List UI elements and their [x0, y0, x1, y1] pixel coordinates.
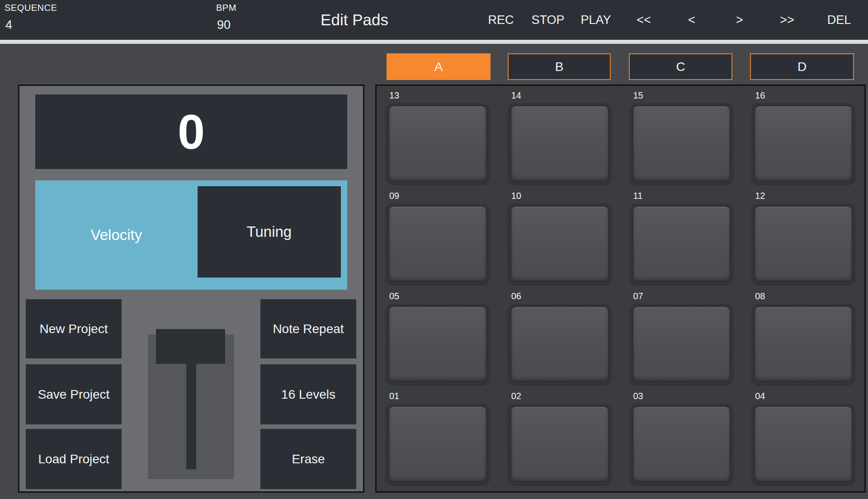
bank-tab-c[interactable]: C: [629, 53, 732, 80]
fader-handle[interactable]: [156, 329, 225, 364]
pad-07-label: 07: [630, 289, 734, 303]
play-button[interactable]: PLAY: [580, 13, 611, 27]
load-project-button[interactable]: Load Project: [26, 429, 122, 489]
pad-cell-09: 09: [386, 189, 490, 285]
fast-forward-button[interactable]: >>: [780, 13, 794, 27]
pad-03-label: 03: [630, 389, 734, 403]
pad-12-face: [755, 206, 852, 282]
pad-cell-13: 13: [386, 89, 490, 184]
pad-16[interactable]: [751, 103, 855, 184]
velocity-mode-button[interactable]: Velocity: [35, 180, 198, 290]
pad-16-label: 16: [751, 89, 855, 103]
erase-button[interactable]: Erase: [260, 429, 356, 489]
bank-tab-d[interactable]: D: [750, 53, 854, 80]
pad-05[interactable]: [386, 303, 490, 385]
pad-07[interactable]: [630, 303, 734, 385]
control-panel: 0 Velocity Tuning New Project Save Proje…: [18, 85, 364, 493]
note-repeat-button[interactable]: Note Repeat: [260, 299, 356, 358]
pad-04-face: [755, 406, 852, 482]
bank-tab-b[interactable]: B: [508, 53, 611, 80]
rewind-button[interactable]: <<: [637, 13, 651, 27]
pad-12-label: 12: [751, 189, 855, 203]
top-bar: SEQUENCE 4 BPM 90 Edit Pads REC STOP PLA…: [0, 0, 868, 40]
mode-toggle: Velocity Tuning: [35, 180, 347, 290]
pad-grid-panel: 13 14 15 16 09 10 11 12 05 06 07: [375, 85, 866, 493]
pad-cell-04: 04: [751, 389, 855, 485]
pad-14-label: 14: [508, 89, 612, 103]
pad-cell-12: 12: [751, 189, 855, 285]
pad-04-label: 04: [751, 389, 855, 403]
pad-13-label: 13: [386, 89, 490, 103]
pad-06-face: [511, 306, 609, 382]
bank-tab-a[interactable]: A: [387, 53, 491, 80]
page-title: Edit Pads: [321, 11, 388, 29]
value-display-number: 0: [178, 104, 205, 160]
pad-cell-16: 16: [751, 89, 855, 184]
pad-03-face: [633, 406, 731, 482]
pad-02-face: [511, 406, 609, 482]
pad-14[interactable]: [508, 103, 612, 184]
pad-01[interactable]: [386, 403, 490, 485]
pad-cell-06: 06: [508, 289, 612, 385]
record-button[interactable]: REC: [488, 13, 514, 27]
save-project-button[interactable]: Save Project: [26, 364, 122, 424]
pad-08[interactable]: [751, 303, 855, 385]
pad-01-face: [389, 406, 486, 482]
stop-button[interactable]: STOP: [531, 13, 564, 27]
pad-01-label: 01: [386, 389, 490, 403]
pad-06[interactable]: [508, 303, 612, 385]
pad-02-label: 02: [508, 389, 612, 403]
delete-button[interactable]: DEL: [827, 13, 851, 27]
pad-cell-14: 14: [508, 89, 612, 184]
pad-05-face: [389, 306, 486, 382]
pad-cell-10: 10: [508, 189, 612, 285]
pad-09-face: [389, 206, 486, 282]
pad-10-face: [511, 206, 609, 282]
pad-13-face: [389, 106, 486, 181]
pad-08-label: 08: [751, 289, 855, 303]
pad-03[interactable]: [630, 403, 734, 485]
bpm-label: BPM: [216, 3, 236, 13]
topbar-separator: [0, 40, 868, 44]
pad-09-label: 09: [386, 189, 490, 203]
pad-14-face: [511, 106, 609, 181]
pad-10[interactable]: [508, 203, 612, 285]
pad-11[interactable]: [630, 203, 734, 285]
pad-cell-15: 15: [630, 89, 734, 184]
sequence-value[interactable]: 4: [5, 18, 12, 32]
sequence-label: SEQUENCE: [5, 3, 57, 13]
pad-15[interactable]: [630, 103, 734, 184]
pad-05-label: 05: [386, 289, 490, 303]
tuning-mode-button[interactable]: Tuning: [198, 186, 341, 278]
pad-11-face: [633, 206, 731, 282]
pad-cell-11: 11: [630, 189, 734, 285]
pad-cell-05: 05: [386, 289, 490, 385]
pad-13[interactable]: [386, 103, 490, 184]
sixteen-levels-button[interactable]: 16 Levels: [260, 364, 356, 424]
value-display: 0: [35, 94, 347, 169]
new-project-button[interactable]: New Project: [26, 299, 122, 358]
step-forward-button[interactable]: >: [736, 13, 743, 27]
pad-07-face: [633, 306, 731, 382]
pad-09[interactable]: [386, 203, 490, 285]
pad-cell-03: 03: [630, 389, 734, 485]
pad-16-face: [755, 106, 852, 181]
pad-04[interactable]: [751, 403, 855, 485]
pad-12[interactable]: [751, 203, 855, 285]
pad-cell-07: 07: [630, 289, 734, 385]
fader-stem: [186, 364, 196, 469]
pad-cell-01: 01: [386, 389, 490, 485]
bpm-value[interactable]: 90: [217, 18, 231, 32]
pad-11-label: 11: [630, 189, 734, 203]
pad-15-label: 15: [630, 89, 734, 103]
pad-15-face: [633, 106, 731, 181]
pad-cell-08: 08: [751, 289, 855, 385]
pad-cell-02: 02: [508, 389, 612, 485]
pad-06-label: 06: [508, 289, 612, 303]
pad-10-label: 10: [508, 189, 612, 203]
step-back-button[interactable]: <: [688, 13, 695, 27]
pad-02[interactable]: [508, 403, 612, 485]
pad-08-face: [755, 306, 852, 382]
